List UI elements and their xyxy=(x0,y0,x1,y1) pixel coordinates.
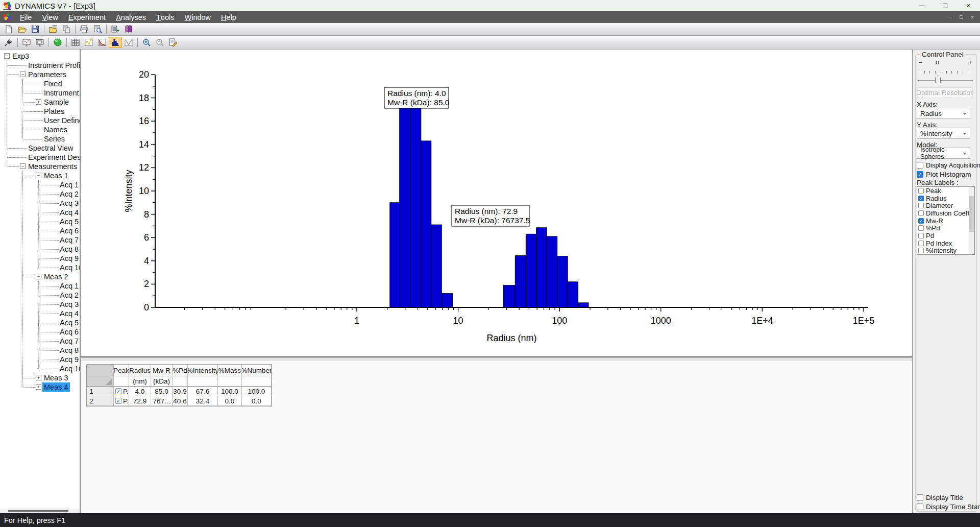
chart-table-splitter[interactable] xyxy=(81,356,912,361)
tree-item-acq-1[interactable]: Acq 1 xyxy=(58,281,80,291)
mdi-close-button[interactable]: × xyxy=(967,13,978,22)
peak-label-option-diffusion-coeffic[interactable]: ✓Diffusion Coeffic xyxy=(917,209,974,217)
peak-label-option-diameter[interactable]: ✓Diameter xyxy=(917,202,974,209)
plot-histogram-checkbox[interactable]: ✓ Plot Histogram xyxy=(917,171,971,178)
display-acquisitions-checkbox[interactable]: ✓ Display Acquisitions xyxy=(917,161,980,169)
display-time-stamp-checkbox[interactable]: ✓ Display Time Stamp xyxy=(917,503,980,511)
tree-expander-minus[interactable]: − xyxy=(36,173,41,178)
peak-label-option-pd[interactable]: ✓Pd xyxy=(917,232,974,239)
tree-item-series[interactable]: Series xyxy=(42,134,66,143)
peak-enabled-checkbox[interactable]: ✓ xyxy=(115,398,121,404)
peak-label-option--intensity[interactable]: ✓%Intensity xyxy=(917,247,974,255)
tree-item-acq-3[interactable]: Acq 3 xyxy=(58,300,80,309)
listbox-scrollbar[interactable] xyxy=(969,187,974,254)
datalog-grid-button[interactable] xyxy=(69,37,82,48)
spectra-plot-button[interactable] xyxy=(82,37,95,48)
x-axis-select[interactable]: Radius xyxy=(917,108,970,119)
tree-item-plates[interactable]: Plates xyxy=(42,107,66,116)
menu-experiment[interactable]: Experiment xyxy=(63,11,111,23)
tree-item-acq-4[interactable]: Acq 4 xyxy=(58,208,80,217)
export-data-button[interactable] xyxy=(109,23,122,35)
tree-expander-minus[interactable]: − xyxy=(4,53,10,59)
save-floppy-button[interactable] xyxy=(29,23,42,35)
copy-experiment-button[interactable] xyxy=(60,23,73,35)
tree-item-spectral-view[interactable]: Spectral View xyxy=(27,143,75,153)
tree-item-acq-2[interactable]: Acq 2 xyxy=(58,291,80,300)
peak-label-option-radius[interactable]: ✓Radius xyxy=(917,195,974,202)
tree-expander-plus[interactable]: + xyxy=(36,384,41,390)
scrollbar-thumb[interactable] xyxy=(969,196,974,232)
tree-expander-plus[interactable]: + xyxy=(36,375,41,380)
close-button[interactable]: × xyxy=(957,0,980,11)
select-all-triangle-icon[interactable] xyxy=(106,378,112,385)
tree-item-instrument[interactable]: Instrument xyxy=(42,88,80,98)
help-book-button[interactable] xyxy=(122,23,135,35)
tree-expander-minus[interactable]: − xyxy=(20,163,26,169)
tree-item-names[interactable]: Names xyxy=(42,125,69,134)
monitor-dots-button[interactable] xyxy=(20,37,33,48)
tree-item-acq-7[interactable]: Acq 7 xyxy=(58,337,80,346)
print-button[interactable] xyxy=(78,23,91,35)
display-title-checkbox[interactable]: ✓ Display Title xyxy=(917,494,963,501)
row-header[interactable]: 1 xyxy=(87,387,114,396)
tree-item-acq-8[interactable]: Acq 8 xyxy=(58,245,80,254)
correlation-function-button[interactable] xyxy=(95,37,109,48)
import-experiment-button[interactable] xyxy=(46,23,60,35)
peak-label-option--pd[interactable]: ✓%Pd xyxy=(917,224,974,232)
menu-window[interactable]: Window xyxy=(179,11,216,23)
model-select[interactable]: Isotropic Spheres xyxy=(917,148,970,159)
tree-item-measurements[interactable]: Measurements xyxy=(27,162,79,171)
tree-item-acq-5[interactable]: Acq 5 xyxy=(58,217,80,226)
tree-item-acq-6[interactable]: Acq 6 xyxy=(58,226,80,235)
tree-item-exp3[interactable]: Exp3 xyxy=(11,52,31,61)
peak-enabled-checkbox[interactable]: ✓ xyxy=(115,388,121,394)
menu-tools[interactable]: Tools xyxy=(151,11,179,23)
tree-item-acq-8[interactable]: Acq 8 xyxy=(58,346,80,355)
monitor-window-button[interactable] xyxy=(33,37,46,48)
tree-item-acq-10[interactable]: Acq 10 xyxy=(58,263,80,272)
print-preview-button[interactable] xyxy=(91,23,104,35)
restore-button[interactable] xyxy=(933,0,957,11)
tree-item-meas-3[interactable]: Meas 3 xyxy=(42,373,70,382)
tree-expander-plus[interactable]: + xyxy=(36,99,41,105)
tree-item-meas-4[interactable]: Meas 4 xyxy=(42,382,70,392)
peak-label-option-pd-index[interactable]: ✓Pd Index xyxy=(917,239,974,247)
tree-item-acq-6[interactable]: Acq 6 xyxy=(58,327,80,337)
tree-item-parameters[interactable]: Parameters xyxy=(27,70,68,79)
tree-item-meas-2[interactable]: Meas 2 xyxy=(42,272,70,281)
tree-expander-minus[interactable]: − xyxy=(36,274,41,279)
tree-expander-minus[interactable]: − xyxy=(20,71,26,77)
scrollbar-thumb[interactable] xyxy=(8,510,68,512)
report-edit-button[interactable] xyxy=(166,37,180,48)
tree-item-acq-4[interactable]: Acq 4 xyxy=(58,309,80,318)
tree-horizontal-scrollbar[interactable] xyxy=(0,509,80,513)
peak-label-option-mw-r[interactable]: ✓Mw-R xyxy=(917,217,974,225)
tree-item-sample[interactable]: Sample xyxy=(42,98,70,107)
menu-analyses[interactable]: Analyses xyxy=(111,11,151,23)
tree-item-acq-1[interactable]: Acq 1 xyxy=(58,180,80,189)
menu-view[interactable]: View xyxy=(37,11,63,23)
optimal-resolution-button[interactable]: Optimal Resolution xyxy=(917,87,973,98)
new-document-button[interactable] xyxy=(2,23,15,35)
tree-item-user-defined[interactable]: User Defined xyxy=(42,116,80,125)
peak-label-option-peak[interactable]: ✓Peak xyxy=(917,187,974,195)
tree-item-acq-5[interactable]: Acq 5 xyxy=(58,318,80,327)
tree-item-acq-9[interactable]: Acq 9 xyxy=(58,355,80,364)
start-collection-button[interactable] xyxy=(51,37,64,48)
connect-instrument-button[interactable] xyxy=(2,37,15,48)
histogram-plot-button[interactable] xyxy=(109,37,122,48)
zoom-in-button[interactable] xyxy=(140,37,153,48)
menu-file[interactable]: File xyxy=(15,11,37,23)
mdi-minimize-button[interactable] xyxy=(944,13,955,22)
tree-item-fixed[interactable]: Fixed xyxy=(42,79,63,88)
menu-help[interactable]: Help xyxy=(216,11,241,23)
tree-item-acq-3[interactable]: Acq 3 xyxy=(58,199,80,208)
open-folder-button[interactable] xyxy=(15,23,29,35)
tree-item-acq-2[interactable]: Acq 2 xyxy=(58,189,80,199)
mdi-restore-button[interactable] xyxy=(955,13,967,22)
tree-item-instrument-profile[interactable]: Instrument Profile xyxy=(27,61,80,70)
tree-item-experiment-designer[interactable]: Experiment Designer xyxy=(27,153,80,162)
minimize-button[interactable] xyxy=(910,0,933,11)
tree-item-acq-9[interactable]: Acq 9 xyxy=(58,254,80,263)
tree-item-acq-10[interactable]: Acq 10 xyxy=(58,364,80,373)
